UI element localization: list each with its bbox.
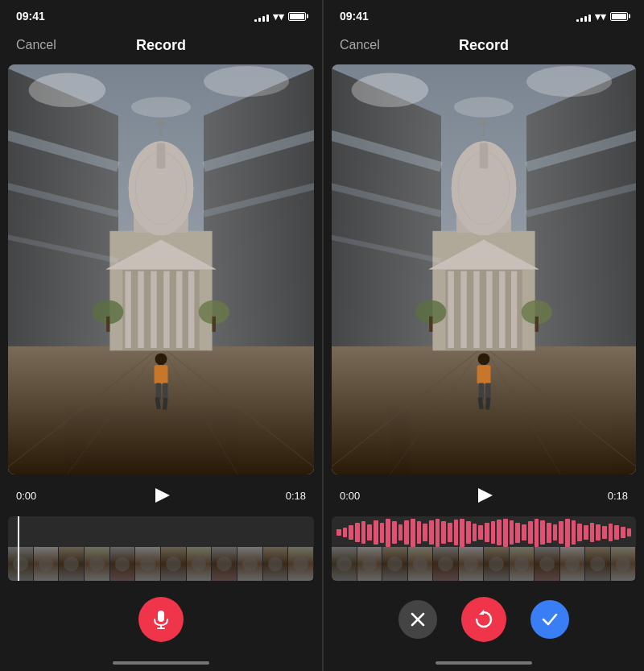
waveform-bar bbox=[361, 521, 366, 544]
svg-point-41 bbox=[131, 97, 191, 117]
time-end-left: 0:18 bbox=[286, 490, 306, 502]
reload-button-right[interactable] bbox=[461, 597, 506, 642]
svg-rect-11 bbox=[138, 271, 143, 348]
timeline-cursor-left bbox=[18, 516, 19, 581]
waveform-bar bbox=[374, 520, 378, 545]
svg-point-84 bbox=[352, 73, 428, 107]
play-icon-right bbox=[478, 488, 493, 503]
strip-thumb-4 bbox=[85, 547, 110, 581]
waveform-bar bbox=[547, 523, 551, 543]
waveform-bar bbox=[510, 520, 514, 545]
strip-r-8 bbox=[510, 547, 535, 581]
mic-button-left[interactable] bbox=[138, 597, 184, 642]
nav-bar-right: Cancel Record bbox=[324, 29, 644, 64]
svg-point-28 bbox=[155, 353, 167, 365]
home-indicator-right bbox=[436, 661, 532, 665]
play-icon-left bbox=[155, 488, 170, 503]
play-button-right[interactable] bbox=[469, 481, 498, 510]
waveform-bar bbox=[429, 520, 434, 545]
svg-marker-46 bbox=[332, 64, 441, 389]
cancel-button-left[interactable]: Cancel bbox=[16, 38, 56, 52]
strip-r-11 bbox=[585, 547, 611, 581]
svg-rect-22 bbox=[156, 122, 167, 124]
waveform-bar bbox=[386, 519, 390, 547]
waveform-bar bbox=[423, 524, 427, 541]
video-strip-right bbox=[332, 547, 636, 581]
status-icons-left: ▾▾ bbox=[254, 10, 306, 23]
battery-icon-right bbox=[610, 12, 628, 21]
timeline-right[interactable] bbox=[332, 516, 636, 581]
waveform-bar bbox=[528, 521, 533, 544]
svg-rect-59 bbox=[499, 271, 505, 348]
waveform-bar bbox=[596, 524, 601, 541]
waveform-bar bbox=[460, 519, 464, 547]
action-bar-left bbox=[0, 589, 322, 658]
waveform-bar bbox=[355, 523, 360, 542]
page-title-right: Record bbox=[459, 37, 509, 54]
svg-rect-67 bbox=[479, 122, 489, 124]
waveform-bar bbox=[380, 523, 385, 543]
svg-rect-21 bbox=[160, 118, 162, 137]
confirm-button-right[interactable] bbox=[530, 600, 569, 639]
strip-r-12 bbox=[611, 547, 637, 581]
action-bar-right bbox=[324, 589, 644, 658]
signal-bar-r3 bbox=[584, 16, 587, 22]
svg-rect-15 bbox=[188, 271, 194, 348]
waveform-bar bbox=[473, 524, 477, 541]
waveform-bar bbox=[336, 529, 341, 536]
mic-icon-left bbox=[151, 609, 171, 630]
svg-point-73 bbox=[478, 353, 490, 365]
waveform-bar bbox=[614, 525, 619, 540]
svg-rect-74 bbox=[477, 365, 491, 383]
status-bar-left: 09:41 ▾▾ bbox=[0, 0, 322, 29]
svg-rect-55 bbox=[448, 271, 453, 348]
strip-thumb-8 bbox=[187, 547, 213, 581]
waveform-bar bbox=[448, 523, 452, 542]
waveform-bar bbox=[485, 523, 489, 542]
wifi-icon-right: ▾▾ bbox=[595, 10, 606, 23]
strip-r-5 bbox=[433, 547, 459, 581]
svg-rect-76 bbox=[485, 383, 490, 400]
svg-rect-14 bbox=[176, 271, 182, 348]
cathedral-scene-left bbox=[8, 64, 314, 474]
reload-icon-right bbox=[473, 609, 494, 630]
signal-bar-2 bbox=[258, 18, 261, 22]
waveform-bar bbox=[398, 524, 403, 541]
waveform-bar bbox=[540, 520, 545, 545]
waveform-bar bbox=[367, 524, 372, 541]
signal-bar-3 bbox=[262, 16, 265, 22]
strip-r-6 bbox=[459, 547, 485, 581]
waveform-bar bbox=[478, 525, 483, 540]
strip-thumb-2 bbox=[34, 547, 60, 581]
waveform-bar bbox=[572, 520, 576, 545]
audio-waveform-right bbox=[332, 516, 636, 549]
signal-bar-r4 bbox=[588, 14, 591, 22]
strip-thumb-6 bbox=[135, 547, 161, 581]
svg-marker-47 bbox=[526, 64, 636, 389]
strip-r-2 bbox=[357, 547, 383, 581]
svg-marker-89 bbox=[479, 610, 484, 615]
strip-r-4 bbox=[408, 547, 434, 581]
waveform-bar bbox=[602, 526, 607, 539]
waveform-bar bbox=[392, 521, 397, 544]
close-button-right[interactable] bbox=[398, 600, 437, 639]
status-icons-right: ▾▾ bbox=[576, 10, 628, 23]
strip-r-10 bbox=[560, 547, 586, 581]
strip-thumb-9 bbox=[212, 547, 237, 581]
svg-rect-12 bbox=[151, 271, 156, 348]
svg-rect-42 bbox=[158, 611, 164, 622]
svg-rect-72 bbox=[535, 317, 539, 332]
waveform-bar bbox=[621, 527, 625, 538]
left-panel: 09:41 ▾▾ Cancel Record bbox=[0, 0, 322, 671]
cancel-button-right[interactable]: Cancel bbox=[340, 38, 380, 52]
svg-rect-25 bbox=[106, 317, 109, 332]
video-container-right bbox=[332, 64, 636, 474]
svg-rect-54 bbox=[445, 270, 522, 351]
play-button-left[interactable] bbox=[147, 481, 175, 510]
waveform-bar bbox=[559, 521, 564, 544]
svg-rect-70 bbox=[429, 317, 432, 332]
waveform-bar bbox=[577, 524, 582, 541]
waveform-bar bbox=[609, 524, 613, 541]
timeline-left[interactable] bbox=[8, 516, 314, 581]
svg-rect-66 bbox=[483, 118, 485, 137]
